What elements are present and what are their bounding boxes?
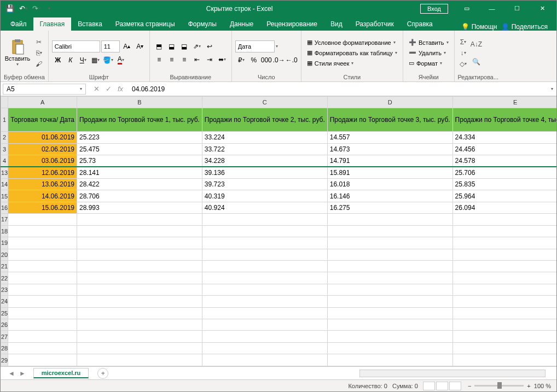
cell[interactable]: 25.835 [452,178,556,190]
cell[interactable]: 39.136 [202,167,327,178]
worksheet-grid[interactable]: ABCDEFGHI1Торговая точка/ ДатаПродажи по… [1,96,556,366]
cell[interactable] [327,307,452,319]
cell[interactable] [327,260,452,272]
cell[interactable] [77,296,202,307]
increase-indent-icon[interactable]: ⇥ [204,54,216,65]
insert-cells-button[interactable]: ➕ Вставить▾ [407,38,451,47]
ribbon-options-icon[interactable]: ▭ [455,1,479,16]
cell[interactable] [452,331,556,342]
copy-icon[interactable]: ⎘▾ [33,48,44,58]
row-header-23[interactable]: 23 [1,284,8,295]
cell[interactable] [8,225,77,237]
col-header-C[interactable]: C [202,97,327,108]
row-header-3[interactable]: 3 [1,143,8,155]
cell[interactable] [8,260,77,272]
cancel-icon[interactable]: ✕ [91,84,101,94]
col-header-E[interactable]: E [452,97,556,108]
cell[interactable] [202,342,327,354]
cell[interactable]: 16.146 [327,190,452,202]
cell[interactable]: 33.224 [202,132,327,143]
maximize-icon[interactable]: ☐ [505,1,529,16]
cell[interactable]: 02.06.2019 [8,143,77,155]
align-middle-icon[interactable]: ⬓ [166,41,178,52]
cell[interactable] [77,249,202,260]
cell[interactable] [202,249,327,260]
add-sheet-button[interactable]: + [97,368,108,379]
row-header-22[interactable]: 22 [1,272,8,284]
cell[interactable] [77,331,202,342]
cell[interactable]: 25.964 [452,190,556,202]
row-header-28[interactable]: 28 [1,342,8,354]
cell[interactable]: 16.275 [327,202,452,213]
border-button[interactable]: ▦▾ [90,55,102,66]
enter-icon[interactable]: ✓ [103,84,113,94]
cell[interactable] [452,237,556,249]
row-header-24[interactable]: 24 [1,296,8,307]
cell[interactable] [202,214,327,225]
row-header-1[interactable]: 1 [1,108,8,132]
header-cell[interactable]: Торговая точка/ Дата [8,108,77,132]
decrease-decimal-icon[interactable]: ←.0 [286,55,298,66]
cell[interactable] [202,260,327,272]
cell[interactable] [77,214,202,225]
cell[interactable] [327,237,452,249]
cell[interactable]: 24.334 [452,132,556,143]
minimize-icon[interactable]: — [480,1,504,16]
cell[interactable]: 28.706 [77,190,202,202]
orientation-icon[interactable]: ⇗▾ [191,41,203,52]
cell[interactable] [202,307,327,319]
undo-icon[interactable]: ↶▾ [18,4,28,14]
row-header-13[interactable]: 13 [1,167,8,178]
cut-icon[interactable]: ✂ [33,37,44,47]
align-center-icon[interactable]: ≡ [166,54,178,65]
percent-icon[interactable]: % [248,55,260,66]
cell[interactable]: 40.924 [202,202,327,213]
wrap-text-button[interactable]: ↩ [204,41,216,52]
zoom-slider[interactable] [474,385,524,387]
row-header-15[interactable]: 15 [1,190,8,202]
cell[interactable]: 03.06.2019 [8,155,77,167]
autosum-icon[interactable]: Σ▾ [458,37,469,47]
cell[interactable] [202,331,327,342]
cell[interactable]: 14.06.2019 [8,190,77,202]
cell[interactable]: 25.73 [77,155,202,167]
row-header-19[interactable]: 19 [1,237,8,249]
cell[interactable]: 34.228 [202,155,327,167]
header-cell[interactable]: Продажи по Торговой точке 2, тыс. руб. [202,108,327,132]
row-header-18[interactable]: 18 [1,225,8,237]
cell[interactable] [8,354,77,366]
font-color-button[interactable]: A▾ [115,55,127,66]
format-as-table-button[interactable]: ▦ Форматировать как таблицу▾ [305,48,399,57]
cell[interactable] [327,214,452,225]
tab-view[interactable]: Вид [324,17,349,31]
cell[interactable] [202,319,327,331]
cell[interactable]: 28.993 [77,202,202,213]
tab-file[interactable]: Файл [4,17,33,31]
cell[interactable]: 25.706 [452,167,556,178]
cell[interactable] [452,284,556,295]
cell[interactable] [8,331,77,342]
cell[interactable]: 15.06.2019 [8,202,77,213]
cell[interactable] [452,354,556,366]
cell[interactable] [327,296,452,307]
sort-filter-icon[interactable]: A↓Z [471,36,482,52]
bold-button[interactable]: Ж [52,55,64,66]
increase-decimal-icon[interactable]: .0→ [273,55,285,66]
cell[interactable] [327,354,452,366]
cell[interactable] [327,272,452,284]
cell[interactable]: 40.319 [202,190,327,202]
signin-button[interactable]: Вход [420,4,448,14]
header-cell[interactable]: Продажи по Торговой точке 3, тыс. руб. [327,108,452,132]
cell[interactable]: 25.475 [77,143,202,155]
cell[interactable]: 24.456 [452,143,556,155]
sheet-tab[interactable]: microexcel.ru [33,368,89,378]
cell[interactable] [8,319,77,331]
share-button[interactable]: 👤 Поделиться [501,23,548,31]
underline-button[interactable]: Ч▾ [77,55,89,66]
redo-icon[interactable]: ↷▾ [31,4,41,14]
cell[interactable] [452,342,556,354]
cell[interactable] [8,342,77,354]
page-break-view-icon[interactable] [449,382,461,390]
cell-styles-button[interactable]: ▦ Стили ячеек▾ [305,58,399,68]
cell[interactable]: 14.557 [327,132,452,143]
